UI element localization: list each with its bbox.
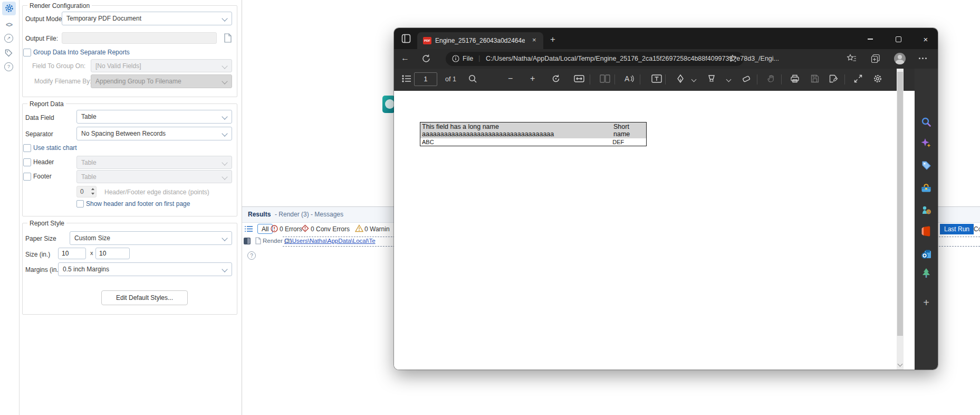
sidebar-tree-icon[interactable] bbox=[921, 268, 931, 278]
new-tab-icon[interactable]: + bbox=[550, 35, 555, 44]
chevron-down-icon bbox=[222, 266, 227, 272]
rotate-icon[interactable] bbox=[551, 74, 562, 84]
conv-error-diamond-icon[interactable] bbox=[301, 224, 309, 232]
erase-icon[interactable] bbox=[742, 74, 752, 84]
highlight-icon[interactable] bbox=[707, 74, 717, 84]
group-data-checkbox[interactable] bbox=[23, 49, 31, 56]
run-arrow-icon[interactable]: ↗ bbox=[4, 34, 14, 43]
paper-size-select[interactable]: Custom Size bbox=[70, 231, 232, 245]
pdf-settings-gear-icon[interactable] bbox=[873, 74, 883, 84]
fit-to-width-icon[interactable] bbox=[574, 74, 584, 84]
save-icon[interactable] bbox=[810, 74, 821, 84]
fullscreen-icon[interactable] bbox=[853, 74, 864, 84]
maximize-icon[interactable] bbox=[890, 33, 906, 45]
size-width-input[interactable] bbox=[58, 248, 86, 259]
sidebar-search-icon[interactable] bbox=[921, 117, 931, 127]
list-menu-icon[interactable] bbox=[245, 225, 253, 232]
more-menu-icon[interactable] bbox=[919, 58, 929, 60]
save-as-icon[interactable] bbox=[829, 74, 839, 84]
pdf-table-header: This field has a long name aaaaaaaaaaaaa… bbox=[420, 122, 646, 138]
data-field-select[interactable]: Table bbox=[76, 110, 232, 124]
page-number-input[interactable] bbox=[414, 72, 437, 86]
output-mode-select[interactable]: Temporary PDF Document bbox=[62, 12, 232, 25]
browser-tab[interactable]: PDF Engine_25176_26043a0d2464e04 × bbox=[417, 32, 543, 49]
print-icon[interactable] bbox=[790, 74, 801, 84]
read-aloud-icon[interactable]: A bbox=[624, 74, 635, 84]
profile-avatar[interactable] bbox=[894, 53, 906, 64]
help-question-icon[interactable]: ? bbox=[247, 251, 256, 260]
draw-pen-icon[interactable] bbox=[676, 74, 686, 84]
header-select[interactable]: Table bbox=[76, 156, 232, 169]
help-icon[interactable]: ? bbox=[4, 62, 14, 72]
minimize-icon[interactable] bbox=[862, 33, 878, 45]
close-icon[interactable]: × bbox=[918, 33, 934, 45]
pdf-scrollbar-thumb[interactable] bbox=[897, 72, 903, 336]
info-circle-icon[interactable] bbox=[452, 55, 459, 62]
alteryx-designer-app: <> ↗ ? Render Configuration Output Mode:… bbox=[0, 0, 980, 415]
modify-filename-select[interactable]: Appending Group To Filename bbox=[91, 74, 232, 88]
pen-options-chevron-icon[interactable] bbox=[691, 77, 697, 82]
header-checkbox[interactable] bbox=[23, 158, 31, 166]
warnings-count[interactable]: 0 Warnin bbox=[364, 225, 390, 233]
tab-configuration[interactable]: Con bbox=[974, 225, 980, 233]
zoom-in-icon[interactable]: + bbox=[530, 74, 535, 83]
use-static-chart-checkbox[interactable] bbox=[23, 144, 31, 152]
browser-navbar: ← File | C:/Users/Natha/AppData/Local/Te… bbox=[394, 49, 938, 69]
footer-select[interactable]: Table bbox=[76, 170, 232, 183]
tab-close-icon[interactable]: × bbox=[532, 36, 536, 44]
render-tool-icon[interactable] bbox=[382, 96, 395, 113]
spinner-down-icon[interactable] bbox=[90, 191, 95, 196]
margins-select[interactable]: 0.5 inch Margins bbox=[58, 262, 232, 276]
field-to-group-select[interactable]: [No Valid Fields] bbox=[91, 59, 232, 72]
page-view-icon[interactable] bbox=[600, 74, 610, 84]
address-bar[interactable]: File | C:/Users/Natha/AppData/Local/Temp… bbox=[446, 52, 744, 66]
file-message-icon[interactable] bbox=[255, 237, 261, 244]
code-icon[interactable]: <> bbox=[4, 21, 14, 31]
hand-pan-icon[interactable] bbox=[766, 74, 777, 84]
toolbar-divider bbox=[640, 74, 640, 84]
zoom-out-icon[interactable]: − bbox=[508, 74, 513, 83]
message-type-icon[interactable] bbox=[244, 238, 251, 244]
table-of-contents-icon[interactable] bbox=[402, 74, 412, 84]
sidebar-discover-sparkle-icon[interactable] bbox=[921, 138, 931, 148]
size-height-input[interactable] bbox=[95, 248, 130, 259]
sidebar-toolbox-icon[interactable] bbox=[921, 183, 931, 194]
spinner-up-icon[interactable] bbox=[90, 186, 95, 191]
sidebar-shopping-tag-icon[interactable] bbox=[921, 160, 931, 171]
file-browse-icon[interactable] bbox=[222, 32, 234, 44]
footer-checkbox[interactable] bbox=[23, 173, 31, 181]
pdf-viewport: This field has a long name aaaaaaaaaaaaa… bbox=[394, 91, 915, 370]
refresh-icon[interactable] bbox=[421, 54, 431, 63]
back-arrow-icon[interactable]: ← bbox=[401, 53, 409, 63]
errors-count[interactable]: 0 Errors bbox=[280, 225, 302, 233]
edit-default-styles-button[interactable]: Edit Default Styles... bbox=[101, 290, 188, 305]
separator-select[interactable]: No Spacing Between Records bbox=[76, 127, 232, 140]
workspaces-icon[interactable] bbox=[401, 34, 411, 43]
modify-filename-label: Modify Filename By: bbox=[34, 78, 92, 85]
tag-icon[interactable] bbox=[4, 49, 14, 58]
sidebar-outlook-icon[interactable] bbox=[921, 249, 931, 260]
output-file-input[interactable] bbox=[62, 32, 217, 44]
output-file-link[interactable]: C:\Users\Natha\AppData\Local\Te bbox=[284, 238, 376, 244]
favorite-star-add-icon[interactable] bbox=[728, 54, 737, 63]
favorites-icon[interactable] bbox=[847, 53, 857, 64]
sidebar-games-icon[interactable] bbox=[921, 205, 931, 215]
search-icon[interactable] bbox=[468, 74, 478, 84]
use-static-chart-label: Use static chart bbox=[33, 144, 77, 152]
scroll-down-icon[interactable] bbox=[898, 362, 903, 367]
header-value: Table bbox=[81, 159, 97, 166]
rail-divider bbox=[19, 0, 20, 415]
error-circle-icon[interactable] bbox=[271, 225, 278, 232]
conv-errors-count[interactable]: 0 Conv Errors bbox=[311, 225, 350, 233]
warning-triangle-icon[interactable] bbox=[355, 224, 363, 232]
add-text-icon[interactable] bbox=[651, 74, 662, 84]
config-left-rail: <> ↗ ? bbox=[0, 0, 19, 415]
show-header-footer-checkbox[interactable] bbox=[76, 200, 84, 208]
address-divider: | bbox=[478, 54, 480, 62]
collections-icon[interactable] bbox=[870, 53, 881, 64]
tab-last-run[interactable]: Last Run bbox=[940, 224, 974, 234]
highlight-options-chevron-icon[interactable] bbox=[726, 77, 732, 82]
gear-icon[interactable] bbox=[4, 3, 14, 13]
sidebar-add-icon[interactable]: + bbox=[920, 296, 933, 309]
sidebar-office-icon[interactable] bbox=[921, 226, 931, 237]
